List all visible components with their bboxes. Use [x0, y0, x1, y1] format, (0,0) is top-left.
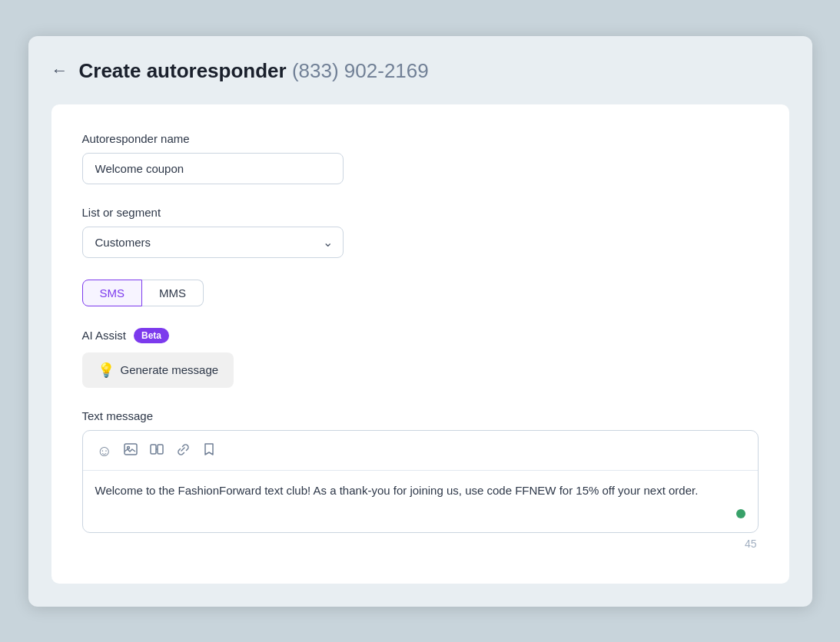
list-segment-wrapper: Customers All Contacts Subscribers ⌄	[82, 227, 344, 258]
page-title-phone: (833) 902-2169	[292, 59, 429, 82]
page-header: ← Create autoresponder (833) 902-2169	[51, 59, 789, 83]
message-text: Welcome to the FashionForward text club!…	[95, 482, 727, 500]
bookmark-icon[interactable]	[198, 440, 220, 462]
status-dot	[736, 509, 745, 518]
beta-badge: Beta	[134, 328, 169, 343]
outer-container: ← Create autoresponder (833) 902-2169 Au…	[28, 36, 812, 607]
char-count: 45	[82, 533, 759, 550]
autoresponder-name-label: Autoresponder name	[82, 132, 759, 145]
lightbulb-icon: 💡	[98, 362, 115, 379]
list-segment-select[interactable]: Customers All Contacts Subscribers	[82, 227, 344, 258]
ai-assist-label: AI Assist	[82, 329, 127, 342]
svg-rect-0	[125, 444, 137, 455]
image-icon[interactable]	[120, 440, 141, 462]
ai-assist-section: AI Assist Beta 💡 Generate message	[82, 328, 759, 388]
back-button[interactable]: ←	[51, 61, 68, 81]
message-body[interactable]: Welcome to the FashionForward text club!…	[83, 471, 758, 532]
autoresponder-name-group: Autoresponder name	[82, 132, 759, 184]
ai-assist-header: AI Assist Beta	[82, 328, 759, 343]
autoresponder-name-input[interactable]	[82, 153, 344, 184]
text-message-section: Text message ☺	[82, 409, 759, 550]
svg-point-1	[127, 446, 129, 448]
form-card: Autoresponder name List or segment Custo…	[51, 104, 789, 584]
tab-mms[interactable]: MMS	[142, 280, 204, 306]
svg-rect-3	[158, 445, 163, 454]
svg-rect-2	[151, 445, 156, 454]
merge-tag-icon[interactable]	[146, 440, 168, 462]
text-message-label: Text message	[82, 409, 759, 422]
generate-btn-label: Generate message	[121, 363, 219, 376]
page-title-text: Create autoresponder	[79, 59, 287, 82]
list-segment-label: List or segment	[82, 206, 759, 219]
text-message-box: ☺	[82, 430, 759, 533]
message-toolbar: ☺	[83, 431, 758, 471]
tab-sms[interactable]: SMS	[82, 280, 143, 306]
generate-message-button[interactable]: 💡 Generate message	[82, 352, 234, 388]
emoji-icon[interactable]: ☺	[94, 441, 115, 462]
link-icon[interactable]	[172, 440, 194, 462]
message-type-tabs: SMS MMS	[82, 280, 759, 306]
page-title: Create autoresponder (833) 902-2169	[79, 59, 429, 83]
list-segment-group: List or segment Customers All Contacts S…	[82, 206, 759, 258]
